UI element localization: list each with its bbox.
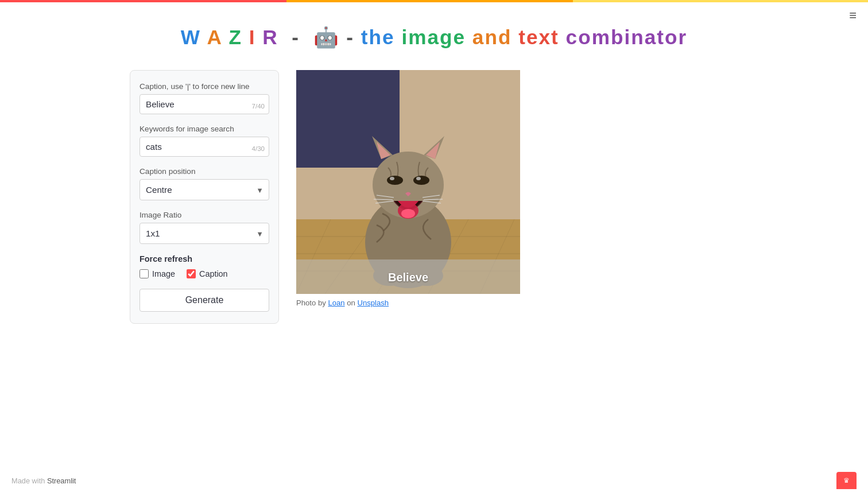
caption-checkbox[interactable] [187,269,196,278]
title-image-word: image [401,26,466,48]
title-combinator-word: combinator [566,26,688,48]
ratio-select[interactable]: 1x1 16x9 4x3 3x2 [140,223,269,244]
footer-brand: Streamlit [47,476,76,485]
caption-checkbox-label: Caption [199,269,228,278]
svg-point-20 [416,177,421,180]
caption-char-count: 7/40 [252,103,265,110]
caption-input[interactable] [140,94,269,114]
footer-badge-icon: ♛ [843,476,850,485]
ratio-field-group: Image Ratio 1x1 16x9 4x3 3x2 ▼ [140,211,269,244]
photo-credit-text: Photo by [296,299,326,307]
image-checkbox-item[interactable]: Image [140,269,175,278]
footer-made-with-text: Made with [11,476,45,485]
footer-made-with: Made with Streamlit [11,476,76,485]
position-label: Caption position [140,167,269,176]
keywords-input-wrapper: 4/30 [140,137,269,157]
svg-point-19 [390,177,394,180]
photo-platform-link[interactable]: Unsplash [357,299,389,307]
hamburger-menu-button[interactable]: ≡ [849,8,857,23]
image-checkbox-label: Image [152,269,175,278]
hamburger-icon: ≡ [849,8,857,22]
image-checkbox[interactable] [140,269,149,278]
photo-author-link[interactable]: Loan [328,299,344,307]
content-row: Caption, use '|' to force new line 7/40 … [130,70,738,324]
svg-point-22 [401,209,415,218]
checkbox-row: Image Caption [140,269,269,278]
title-letter-z: Z [228,26,242,48]
main-container: W A Z I R - 🤖 - the image and text combi… [118,2,750,358]
svg-text:Believe: Believe [388,271,428,284]
force-refresh-label: Force refresh [140,254,269,264]
cat-image-svg: Believe [296,70,520,294]
svg-point-17 [387,176,403,185]
force-refresh-group: Force refresh Image Caption [140,254,269,278]
keywords-label: Keywords for image search [140,125,269,133]
keywords-char-count: 4/30 [252,145,265,152]
keywords-field-group: Keywords for image search 4/30 [140,125,269,157]
app-title: W A Z I R - 🤖 - the image and text combi… [130,25,738,49]
ratio-select-wrapper: 1x1 16x9 4x3 3x2 ▼ [140,223,269,244]
right-panel: Believe Photo by Loan on Unsplash [296,70,738,307]
title-letter-i: I [249,26,256,48]
title-and-word: and [472,26,512,48]
keywords-input[interactable] [140,137,269,157]
caption-checkbox-item[interactable]: Caption [187,269,228,278]
title-the: the [361,26,395,48]
svg-point-18 [413,176,429,185]
title-text-word: text [518,26,559,48]
photo-on-text: on [347,299,357,307]
position-field-group: Caption position Centre Top Bottom Left … [140,167,269,200]
footer: Made with Streamlit ♛ [0,465,868,496]
caption-input-wrapper: 7/40 [140,94,269,114]
title-dash2: - [346,26,354,48]
footer-badge[interactable]: ♛ [836,472,857,489]
ratio-label: Image Ratio [140,211,269,219]
position-select[interactable]: Centre Top Bottom Left Right [140,179,269,200]
title-emoji: 🤖 [313,26,340,48]
title-letter-a: A [207,26,222,48]
caption-label: Caption, use '|' to force new line [140,82,269,91]
left-panel: Caption, use '|' to force new line 7/40 … [130,70,279,324]
position-select-wrapper: Centre Top Bottom Left Right ▼ [140,179,269,200]
generate-button[interactable]: Generate [140,289,269,312]
title-letter-w: W [181,26,201,48]
caption-field-group: Caption, use '|' to force new line 7/40 [140,82,269,114]
image-container: Believe [296,70,520,294]
title-dash: - [285,26,306,48]
photo-credit: Photo by Loan on Unsplash [296,299,738,307]
title-letter-r: R [262,26,278,48]
